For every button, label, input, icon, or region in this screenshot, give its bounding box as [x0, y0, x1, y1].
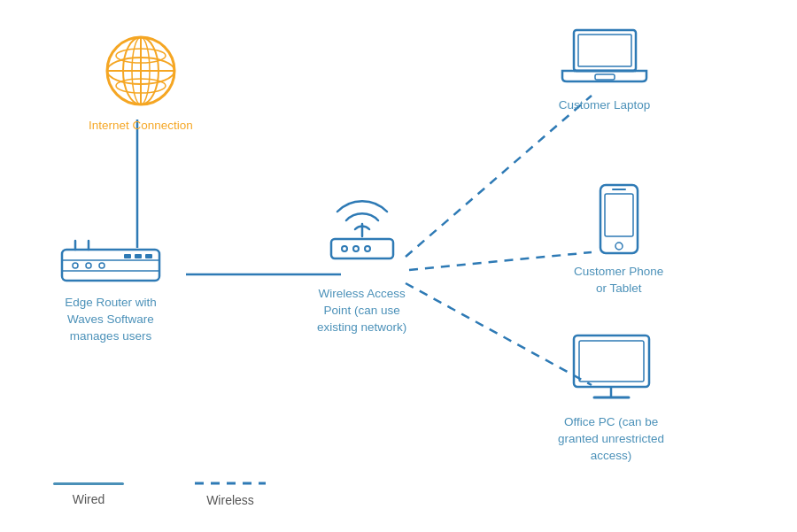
customer-laptop-node: Customer Laptop — [558, 27, 651, 114]
customer-phone-node: Customer Phone or Tablet — [574, 181, 663, 297]
svg-point-23 — [99, 263, 104, 268]
svg-point-35 — [615, 243, 623, 250]
svg-rect-29 — [574, 30, 636, 71]
svg-rect-18 — [124, 254, 131, 258]
phone-icon — [593, 181, 645, 257]
customer-phone-label: Customer Phone or Tablet — [574, 264, 663, 297]
svg-rect-37 — [574, 335, 649, 387]
router-icon — [58, 239, 164, 288]
office-pc-label: Office PC (can be granted unrestricted a… — [558, 414, 664, 465]
globe-icon — [101, 31, 181, 111]
svg-rect-32 — [595, 74, 615, 80]
legend-wireless: Wireless — [195, 481, 266, 507]
svg-point-26 — [342, 246, 347, 251]
office-pc-node: Office PC (can be granted unrestricted a… — [558, 332, 664, 465]
svg-rect-13 — [62, 250, 159, 281]
svg-point-28 — [365, 246, 370, 251]
legend-wired: Wired — [53, 482, 124, 506]
svg-rect-20 — [145, 254, 152, 258]
internet-node: Internet Connection — [89, 31, 193, 135]
wap-icon — [318, 190, 406, 279]
svg-rect-25 — [331, 239, 393, 258]
internet-label: Internet Connection — [89, 118, 193, 135]
wap-node: Wireless Access Point (can use existing … — [317, 190, 406, 336]
svg-point-27 — [353, 246, 359, 251]
wireless-line-icon — [195, 481, 266, 486]
edge-router-label: Edge Router with Waves Software manages … — [65, 295, 157, 345]
laptop-icon — [558, 27, 651, 90]
svg-rect-38 — [579, 341, 644, 382]
svg-point-21 — [73, 263, 78, 268]
wired-label: Wired — [73, 492, 105, 506]
customer-laptop-label: Customer Laptop — [559, 97, 651, 114]
wired-line — [53, 482, 124, 485]
monitor-icon — [569, 332, 654, 407]
svg-rect-34 — [605, 194, 633, 236]
edge-router-node: Edge Router with Waves Software manages … — [58, 239, 164, 345]
diagram-container: Internet Connection Edge Router with Wav… — [0, 0, 797, 532]
svg-point-22 — [86, 263, 91, 268]
wap-label: Wireless Access Point (can use existing … — [317, 286, 406, 336]
svg-rect-30 — [578, 35, 631, 66]
svg-rect-19 — [135, 254, 142, 258]
svg-line-2 — [406, 96, 592, 257]
wireless-label: Wireless — [206, 493, 254, 507]
legend: Wired Wireless — [53, 481, 266, 507]
svg-line-3 — [409, 252, 592, 270]
